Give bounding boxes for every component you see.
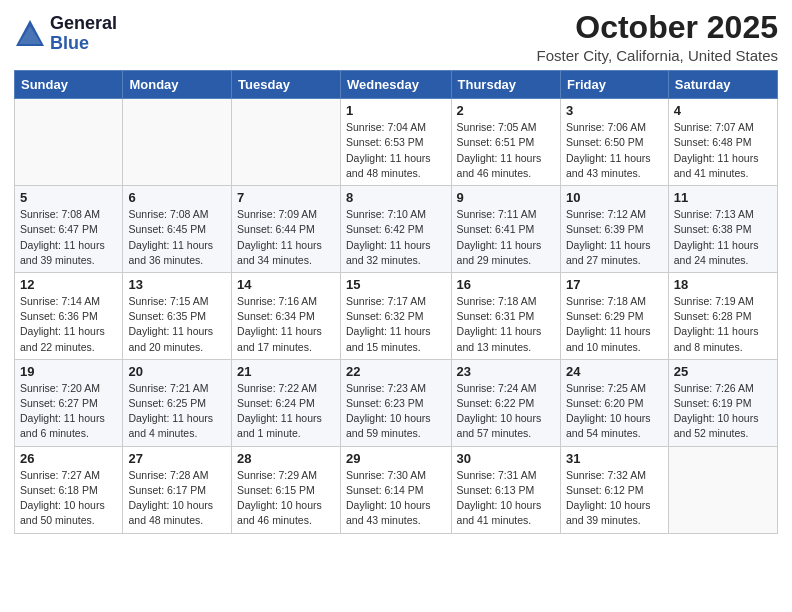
col-header-tuesday: Tuesday xyxy=(232,71,341,99)
day-info: Sunrise: 7:11 AM Sunset: 6:41 PM Dayligh… xyxy=(457,207,555,268)
calendar-cell: 26Sunrise: 7:27 AM Sunset: 6:18 PM Dayli… xyxy=(15,446,123,533)
calendar-cell: 13Sunrise: 7:15 AM Sunset: 6:35 PM Dayli… xyxy=(123,272,232,359)
calendar-cell xyxy=(668,446,777,533)
week-row-2: 5Sunrise: 7:08 AM Sunset: 6:47 PM Daylig… xyxy=(15,186,778,273)
day-number: 21 xyxy=(237,364,335,379)
day-number: 25 xyxy=(674,364,772,379)
calendar-cell: 2Sunrise: 7:05 AM Sunset: 6:51 PM Daylig… xyxy=(451,99,560,186)
page: General Blue October 2025 Foster City, C… xyxy=(0,0,792,612)
calendar-cell: 29Sunrise: 7:30 AM Sunset: 6:14 PM Dayli… xyxy=(340,446,451,533)
calendar-cell xyxy=(232,99,341,186)
day-info: Sunrise: 7:08 AM Sunset: 6:47 PM Dayligh… xyxy=(20,207,117,268)
day-info: Sunrise: 7:04 AM Sunset: 6:53 PM Dayligh… xyxy=(346,120,446,181)
day-info: Sunrise: 7:16 AM Sunset: 6:34 PM Dayligh… xyxy=(237,294,335,355)
calendar-cell: 14Sunrise: 7:16 AM Sunset: 6:34 PM Dayli… xyxy=(232,272,341,359)
day-number: 4 xyxy=(674,103,772,118)
calendar-cell: 5Sunrise: 7:08 AM Sunset: 6:47 PM Daylig… xyxy=(15,186,123,273)
day-number: 15 xyxy=(346,277,446,292)
day-number: 17 xyxy=(566,277,663,292)
day-number: 28 xyxy=(237,451,335,466)
day-info: Sunrise: 7:13 AM Sunset: 6:38 PM Dayligh… xyxy=(674,207,772,268)
day-number: 27 xyxy=(128,451,226,466)
day-info: Sunrise: 7:05 AM Sunset: 6:51 PM Dayligh… xyxy=(457,120,555,181)
day-info: Sunrise: 7:27 AM Sunset: 6:18 PM Dayligh… xyxy=(20,468,117,529)
week-row-5: 26Sunrise: 7:27 AM Sunset: 6:18 PM Dayli… xyxy=(15,446,778,533)
day-info: Sunrise: 7:26 AM Sunset: 6:19 PM Dayligh… xyxy=(674,381,772,442)
day-info: Sunrise: 7:24 AM Sunset: 6:22 PM Dayligh… xyxy=(457,381,555,442)
calendar-cell: 9Sunrise: 7:11 AM Sunset: 6:41 PM Daylig… xyxy=(451,186,560,273)
day-info: Sunrise: 7:22 AM Sunset: 6:24 PM Dayligh… xyxy=(237,381,335,442)
day-info: Sunrise: 7:09 AM Sunset: 6:44 PM Dayligh… xyxy=(237,207,335,268)
day-info: Sunrise: 7:30 AM Sunset: 6:14 PM Dayligh… xyxy=(346,468,446,529)
day-number: 31 xyxy=(566,451,663,466)
day-number: 30 xyxy=(457,451,555,466)
calendar-cell: 10Sunrise: 7:12 AM Sunset: 6:39 PM Dayli… xyxy=(560,186,668,273)
day-number: 18 xyxy=(674,277,772,292)
day-number: 23 xyxy=(457,364,555,379)
header: General Blue October 2025 Foster City, C… xyxy=(14,10,778,64)
day-info: Sunrise: 7:21 AM Sunset: 6:25 PM Dayligh… xyxy=(128,381,226,442)
col-header-sunday: Sunday xyxy=(15,71,123,99)
calendar-cell: 1Sunrise: 7:04 AM Sunset: 6:53 PM Daylig… xyxy=(340,99,451,186)
calendar-cell: 31Sunrise: 7:32 AM Sunset: 6:12 PM Dayli… xyxy=(560,446,668,533)
calendar-cell: 8Sunrise: 7:10 AM Sunset: 6:42 PM Daylig… xyxy=(340,186,451,273)
day-info: Sunrise: 7:20 AM Sunset: 6:27 PM Dayligh… xyxy=(20,381,117,442)
day-info: Sunrise: 7:15 AM Sunset: 6:35 PM Dayligh… xyxy=(128,294,226,355)
calendar-cell: 17Sunrise: 7:18 AM Sunset: 6:29 PM Dayli… xyxy=(560,272,668,359)
day-number: 16 xyxy=(457,277,555,292)
location: Foster City, California, United States xyxy=(537,47,778,64)
week-row-4: 19Sunrise: 7:20 AM Sunset: 6:27 PM Dayli… xyxy=(15,359,778,446)
calendar-cell: 16Sunrise: 7:18 AM Sunset: 6:31 PM Dayli… xyxy=(451,272,560,359)
day-info: Sunrise: 7:17 AM Sunset: 6:32 PM Dayligh… xyxy=(346,294,446,355)
day-info: Sunrise: 7:14 AM Sunset: 6:36 PM Dayligh… xyxy=(20,294,117,355)
calendar-cell xyxy=(123,99,232,186)
day-info: Sunrise: 7:12 AM Sunset: 6:39 PM Dayligh… xyxy=(566,207,663,268)
day-number: 3 xyxy=(566,103,663,118)
day-number: 22 xyxy=(346,364,446,379)
calendar-cell: 7Sunrise: 7:09 AM Sunset: 6:44 PM Daylig… xyxy=(232,186,341,273)
calendar-cell: 30Sunrise: 7:31 AM Sunset: 6:13 PM Dayli… xyxy=(451,446,560,533)
day-info: Sunrise: 7:07 AM Sunset: 6:48 PM Dayligh… xyxy=(674,120,772,181)
logo-general: General xyxy=(50,14,117,34)
day-info: Sunrise: 7:31 AM Sunset: 6:13 PM Dayligh… xyxy=(457,468,555,529)
day-number: 9 xyxy=(457,190,555,205)
day-info: Sunrise: 7:23 AM Sunset: 6:23 PM Dayligh… xyxy=(346,381,446,442)
day-info: Sunrise: 7:28 AM Sunset: 6:17 PM Dayligh… xyxy=(128,468,226,529)
day-info: Sunrise: 7:32 AM Sunset: 6:12 PM Dayligh… xyxy=(566,468,663,529)
day-info: Sunrise: 7:29 AM Sunset: 6:15 PM Dayligh… xyxy=(237,468,335,529)
calendar-cell: 12Sunrise: 7:14 AM Sunset: 6:36 PM Dayli… xyxy=(15,272,123,359)
col-header-monday: Monday xyxy=(123,71,232,99)
day-number: 24 xyxy=(566,364,663,379)
logo: General Blue xyxy=(14,14,117,54)
day-number: 13 xyxy=(128,277,226,292)
col-header-thursday: Thursday xyxy=(451,71,560,99)
day-number: 19 xyxy=(20,364,117,379)
calendar: SundayMondayTuesdayWednesdayThursdayFrid… xyxy=(14,70,778,533)
col-header-saturday: Saturday xyxy=(668,71,777,99)
calendar-cell: 22Sunrise: 7:23 AM Sunset: 6:23 PM Dayli… xyxy=(340,359,451,446)
day-number: 1 xyxy=(346,103,446,118)
day-number: 5 xyxy=(20,190,117,205)
day-info: Sunrise: 7:18 AM Sunset: 6:29 PM Dayligh… xyxy=(566,294,663,355)
calendar-cell: 28Sunrise: 7:29 AM Sunset: 6:15 PM Dayli… xyxy=(232,446,341,533)
logo-icon xyxy=(14,18,46,50)
title-block: October 2025 Foster City, California, Un… xyxy=(537,10,778,64)
day-info: Sunrise: 7:19 AM Sunset: 6:28 PM Dayligh… xyxy=(674,294,772,355)
day-number: 12 xyxy=(20,277,117,292)
calendar-cell: 19Sunrise: 7:20 AM Sunset: 6:27 PM Dayli… xyxy=(15,359,123,446)
day-number: 2 xyxy=(457,103,555,118)
month-title: October 2025 xyxy=(537,10,778,45)
day-number: 14 xyxy=(237,277,335,292)
calendar-cell: 23Sunrise: 7:24 AM Sunset: 6:22 PM Dayli… xyxy=(451,359,560,446)
calendar-cell: 6Sunrise: 7:08 AM Sunset: 6:45 PM Daylig… xyxy=(123,186,232,273)
week-row-1: 1Sunrise: 7:04 AM Sunset: 6:53 PM Daylig… xyxy=(15,99,778,186)
day-number: 26 xyxy=(20,451,117,466)
day-number: 8 xyxy=(346,190,446,205)
day-number: 7 xyxy=(237,190,335,205)
calendar-cell: 21Sunrise: 7:22 AM Sunset: 6:24 PM Dayli… xyxy=(232,359,341,446)
day-number: 20 xyxy=(128,364,226,379)
logo-text: General Blue xyxy=(50,14,117,54)
day-info: Sunrise: 7:25 AM Sunset: 6:20 PM Dayligh… xyxy=(566,381,663,442)
day-number: 10 xyxy=(566,190,663,205)
header-row: SundayMondayTuesdayWednesdayThursdayFrid… xyxy=(15,71,778,99)
